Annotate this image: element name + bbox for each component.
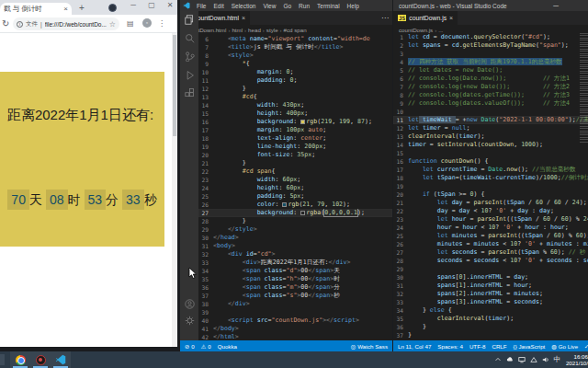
page-info-icon[interactable]: i [17,21,23,28]
code-line[interactable]: 14 width: 430px; [198,101,392,109]
code-line[interactable]: 37} [393,331,588,339]
tab-close-icon[interactable]: × [63,5,68,13]
status-item[interactable]: ◍Go Live [551,343,578,350]
chevron-up-icon[interactable] [494,356,502,363]
code-line[interactable]: 34 } else { [393,306,588,315]
status-item[interactable]: UTF-8 [469,343,486,350]
taskbar-chrome-icon[interactable] [10,351,30,368]
code-line[interactable]: 9 *{ [198,60,392,68]
source-control-icon[interactable] [185,52,195,62]
breadcrumb-item[interactable]: #cd span [284,27,307,33]
code-line[interactable]: 12 } [198,85,392,93]
editor-actions-more-icon[interactable]: ⋯ [381,14,389,22]
code-line[interactable]: 37 <span class="s">00</span>秒 [198,292,392,300]
code-line[interactable]: 7// console.log(+new Date()); // 方法2 [393,83,588,91]
code-line[interactable]: 13clearInterval(timer); [393,132,588,141]
reload-icon[interactable]: ↻ [2,18,9,29]
code-line[interactable]: 26 color: rgb(21, 79, 102); [198,201,392,209]
breadcrumb[interactable]: countDown.html›html›head›style›#cd span [180,25,392,35]
menu-selection[interactable]: Selection [228,3,260,9]
code-line[interactable]: 42</html> [198,333,392,340]
code-line[interactable]: 20 if (tSpan >= 0) { [393,190,588,199]
bookmark-star-icon[interactable]: ☆ [109,20,116,29]
menu-run[interactable]: Run [295,3,313,9]
code-line[interactable]: 17 margin: 100px auto; [198,126,392,134]
code-line[interactable]: 20 font-size: 35px; [198,151,392,159]
menu-view[interactable]: View [259,3,279,9]
code-line[interactable]: 21 } [198,159,392,167]
extensions-icon[interactable] [185,88,195,98]
code-line[interactable]: 14timer = setInterval(countDown, 1000); [393,141,588,149]
code-line[interactable]: 33 spans[3].innerHTML = seconds; [393,298,588,306]
code-line[interactable]: 19 [393,182,588,190]
tab-close-icon[interactable]: × [242,15,245,21]
browser-close-button[interactable]: ✕ [163,1,177,9]
code-line[interactable]: 29 </style> [198,225,392,234]
breadcrumb-item[interactable]: style [266,27,278,33]
search-icon[interactable] [185,33,195,43]
code-line[interactable]: 6// console.log(Date.now()); // 方法1 [393,75,588,83]
breadcrumb-item[interactable]: ... [438,27,443,33]
code-line[interactable]: 18 text-align: center; [198,134,392,143]
account-icon[interactable] [185,299,195,309]
browser-tab[interactable]: 戳 与 倒计时 × [0,3,72,15]
breadcrumb-item[interactable]: countDown.js [399,27,433,33]
code-line[interactable]: 30 spans[0].innerHTML = day; [393,273,588,282]
display-icon[interactable] [518,356,526,363]
code-line[interactable]: 17 let currentTime = Date.now(); //当前总毫秒… [393,166,588,174]
code-line[interactable]: 2let spans = cd.getElementsByTagName("sp… [393,41,588,50]
ime-icon[interactable]: 中 [554,355,561,364]
code-line[interactable]: 16function countDown() { [393,157,588,166]
taskbar-recorder-icon[interactable] [30,351,51,368]
browser-maximize-button[interactable]: ▢ [144,1,159,9]
code-line[interactable]: 29 [393,265,588,273]
status-item[interactable]: Ln 11, Col 47 [398,343,431,350]
status-item[interactable]: {} JavaScript [514,343,546,350]
code-line[interactable]: 34 <span class="d">00</span>天 [198,267,392,275]
code-line[interactable]: 41</body> [198,325,392,333]
code-line[interactable]: 32 spans[2].innerHTML = minutes; [393,290,588,298]
code-line[interactable]: 23 width: 60px; [198,176,392,184]
code-line[interactable]: 35 clearInterval(timer); [393,315,588,323]
status-item[interactable]: ◎Watch Sass [351,343,388,350]
menu-terminal[interactable]: Terminal [313,3,344,9]
code-line[interactable]: 11 padding: 0; [198,76,392,85]
code-line[interactable]: 31<body> [198,242,392,250]
breadcrumb-item[interactable]: html [232,27,243,33]
code-line[interactable]: 25 padding: 5px; [198,192,392,201]
code-line[interactable]: 22 #cd span{ [198,167,392,176]
status-item[interactable]: ✓Prettier [584,343,588,350]
tab-close-icon[interactable]: × [449,15,453,21]
browser-menu-icon[interactable]: ⋮ [158,19,165,28]
cloud-icon[interactable] [506,356,514,363]
menu-file[interactable]: File [193,3,209,9]
code-line[interactable]: 22 day = day < 10? '0' + day : day; [393,207,588,215]
code-line[interactable]: 25 let minutes = parseInt((tSpan / 60) %… [393,232,588,240]
code-line[interactable]: 40 <script src="countDown.js"></script> [198,316,392,325]
code-line[interactable]: 18 let tSpan=(timeWait-currentTime)/1000… [393,174,588,182]
code-line[interactable]: 27 background: rgba(0,0,0,0.1); [198,209,392,217]
code-line[interactable]: 11let timeWait = +new Date("2022-1-1 00:… [393,116,588,124]
breadcrumb-item[interactable]: head [248,27,261,33]
status-item[interactable]: CRLF [492,343,506,350]
code-line[interactable]: 28 seconds = seconds < 10? '0' + seconds… [393,257,588,265]
minimap[interactable] [580,33,588,144]
menu-edit[interactable]: Edit [209,3,227,9]
code-line[interactable]: 13 #cd{ [198,93,392,101]
code-line[interactable]: 21 let day = parseInt(tSpan / 60 / 60 / … [393,199,588,207]
code-line[interactable]: 8 <style> [198,52,392,60]
code-line[interactable]: 12let timer = null; [393,124,588,132]
run-debug-icon[interactable] [185,70,195,80]
address-bar[interactable]: i 文件 | file:///D:/web/countDo... ☆ [13,17,119,30]
minimize-icon[interactable]: ─ [553,2,559,10]
status-item[interactable]: Spaces: 4 [437,343,463,350]
new-tab-button[interactable]: + [79,3,85,13]
recorder-indicator-icon[interactable] [108,4,117,12]
code-line[interactable]: 8// console.log(dates.getTime()); // 方法3 [393,91,588,99]
tab-countdown-js[interactable]: JS countDown.js × [393,11,458,25]
taskbar-vscode-icon[interactable] [51,351,71,368]
js-editor[interactable]: 1let cd = document.querySelector("#cd");… [393,33,588,340]
code-line[interactable]: 6 <meta name="viewport" content="width=d… [198,35,392,43]
taskbar-clock[interactable]: 16:06 2021/10/ [560,353,588,366]
status-item[interactable]: Quokka [218,343,237,350]
